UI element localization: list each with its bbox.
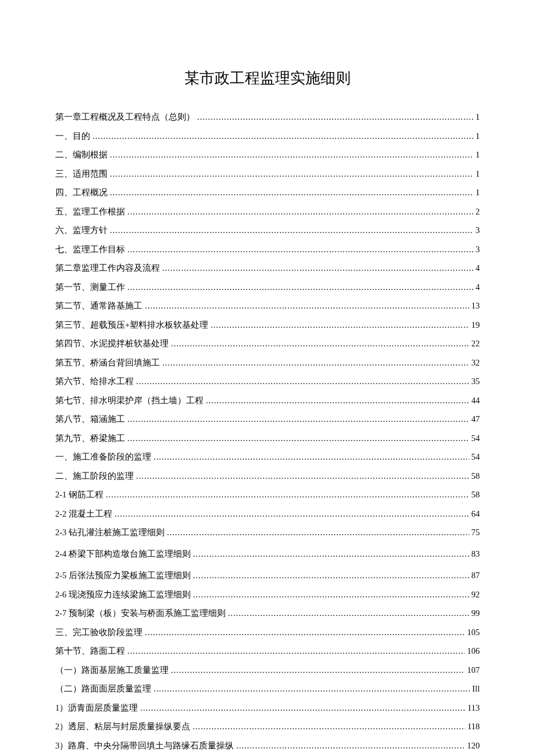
toc-entry-leader (110, 188, 473, 198)
toc-entry: 第三节、超载预压+塑料排水板软基处理19 (55, 320, 480, 331)
toc-entry-leader (92, 131, 473, 141)
toc-entry-leader (127, 433, 469, 443)
toc-entry-leader (154, 684, 470, 694)
toc-entry: 二、编制根据1 (55, 149, 480, 160)
toc-entry-label: 2-4 桥梁下部构造墩台施工监理细则 (55, 549, 191, 560)
toc-entry-page: 106 (467, 646, 480, 656)
toc-entry-leader (136, 377, 469, 386)
toc-entry-label: 2-5 后张法预应力粱板施工监理细则 (55, 570, 191, 581)
toc-entry-label: 第九节、桥梁施工 (55, 433, 125, 444)
document-page: 某市政工程监理实施细则 第一章工程概况及工程特点（总则）1一、目的1二、编制根据… (0, 0, 535, 756)
document-title: 某市政工程监理实施细则 (55, 68, 480, 88)
toc-entry-label: 2-2 混凝土工程 (55, 508, 112, 519)
toc-entry: 第八节、箱涵施工47 (55, 414, 480, 425)
toc-entry: 第六节、给排水工程35 (55, 376, 480, 387)
toc-entry-label: 三、完工验收阶段监理 (55, 627, 142, 638)
toc-entry-label: 2-3 钻孔灌注桩施工监理细则 (55, 527, 165, 538)
toc-entry: 2-6 现浇预应力连续梁施工监理细则92 (55, 589, 480, 600)
toc-entry-leader (228, 608, 469, 618)
toc-entry-page: 19 (472, 320, 480, 330)
toc-entry-page: 3 (476, 225, 480, 235)
toc-entry: 第二节、通常路基施工13 (55, 300, 480, 311)
toc-entry-page: 54 (472, 452, 480, 462)
toc-entry-leader (206, 396, 469, 406)
toc-entry: 2-5 后张法预应力粱板施工监理细则87 (55, 570, 480, 581)
toc-entry-leader (192, 722, 465, 732)
toc-entry-page: 1 (476, 112, 480, 122)
toc-entry-leader (127, 646, 465, 656)
toc-entry-label: 七、监理工作目标 (55, 244, 125, 255)
toc-entry-leader (162, 358, 469, 368)
toc-entry: 3）路肩、中央分隔带回填土与路缘石质量操纵120 (55, 740, 480, 751)
toc-entry: 2-2 混凝土工程64 (55, 508, 480, 519)
toc-entry: 2）透层、粘层与封层质量操纵要点118 (55, 721, 480, 732)
toc-entry-label: 2）透层、粘层与封层质量操纵要点 (55, 721, 190, 732)
toc-entry-page: 54 (472, 433, 480, 443)
toc-entry: 三、完工验收阶段监理105 (55, 627, 480, 638)
toc-entry: （一）路面基层施工质量监理107 (55, 665, 480, 676)
toc-entry-page: 83 (472, 549, 480, 559)
toc-entry: 第一节、测量工作4 (55, 282, 480, 293)
toc-entry: 2-3 钻孔灌注桩施工监理细则75 (55, 527, 480, 538)
toc-entry-label: 第一节、测量工作 (55, 282, 125, 293)
toc-entry-leader (171, 665, 465, 675)
toc-entry-page: 120 (467, 741, 480, 751)
toc-entry-label: 第八节、箱涵施工 (55, 414, 125, 425)
toc-entry-leader (197, 112, 473, 122)
toc-entry-label: 二、编制根据 (55, 149, 108, 160)
toc-entry-leader (127, 245, 473, 255)
toc-entry-leader (193, 549, 469, 559)
toc-entry: 1）沥青面层质量监理113 (55, 703, 480, 714)
toc-entry: 第七节、排水明渠护岸（挡土墙）工程44 (55, 395, 480, 406)
toc-entry-label: 第二章监理工作内容及流程 (55, 263, 160, 274)
toc-entry: 四、工程概况1 (55, 187, 480, 198)
toc-entry-leader (110, 225, 473, 235)
toc-entry-page: 3 (476, 245, 480, 255)
toc-entry-label: 2-7 预制梁（板）安装与桥面系施工监理细则 (55, 608, 226, 619)
toc-entry: 五、监理工作根据2 (55, 206, 480, 217)
toc-entry-leader (236, 741, 465, 751)
toc-entry-label: 五、监理工作根据 (55, 206, 125, 217)
toc-entry-leader (193, 571, 469, 581)
toc-entry: 2-1 钢筋工程58 (55, 489, 480, 500)
toc-entry-page: 99 (472, 608, 480, 618)
toc-entry-page: 13 (472, 301, 480, 311)
toc-entry: 一、施工准备阶段的监理54 (55, 452, 480, 463)
toc-entry-label: 六、监理方针 (55, 225, 108, 236)
toc-entry-leader (145, 301, 469, 311)
toc-entry: 第四节、水泥搅拌桩软基处理22 (55, 338, 480, 349)
toc-entry: 第九节、桥梁施工54 (55, 433, 480, 444)
toc-entry-leader (106, 490, 469, 500)
toc-entry: 2-4 桥梁下部构造墩台施工监理细则83 (55, 549, 480, 560)
toc-entry-page: 4 (476, 263, 480, 273)
toc-entry-label: 第五节、桥涵台背回填施工 (55, 357, 160, 368)
toc-entry-label: 第七节、排水明渠护岸（挡土墙）工程 (55, 395, 204, 406)
toc-entry: 第一章工程概况及工程特点（总则）1 (55, 112, 480, 123)
toc-entry-leader (145, 628, 465, 637)
toc-entry-page: Ill (472, 684, 480, 694)
toc-entry-page: 44 (472, 396, 480, 406)
toc-entry-leader (136, 471, 469, 481)
toc-entry: 第十节、路面工程106 (55, 646, 480, 657)
toc-entry-page: 1 (476, 131, 480, 141)
toc-entry-leader (115, 509, 469, 519)
toc-entry-leader (127, 282, 473, 292)
toc-entry-leader (162, 263, 473, 273)
toc-entry-leader (127, 414, 469, 424)
toc-entry-leader (110, 150, 473, 160)
toc-entry: 第五节、桥涵台背回填施工32 (55, 357, 480, 368)
toc-entry-leader (211, 320, 469, 330)
toc-entry-label: 二、施工阶段的监理 (55, 471, 134, 482)
toc-entry-page: 64 (472, 509, 480, 519)
toc-entry-label: 2-1 钢筋工程 (55, 489, 104, 500)
toc-entry-label: 第六节、给排水工程 (55, 376, 134, 387)
toc-entry-page: 1 (476, 188, 480, 198)
toc-entry: 2-7 预制梁（板）安装与桥面系施工监理细则99 (55, 608, 480, 619)
toc-entry-label: 2-6 现浇预应力连续梁施工监理细则 (55, 589, 191, 600)
toc-entry-label: 一、施工准备阶段的监理 (55, 452, 151, 463)
toc-entry: 第二章监理工作内容及流程4 (55, 263, 480, 274)
toc-entry-leader (127, 207, 473, 217)
toc-entry-page: 58 (472, 490, 480, 500)
toc-entry: 一、目的1 (55, 131, 480, 142)
toc-entry-page: 75 (472, 528, 480, 538)
